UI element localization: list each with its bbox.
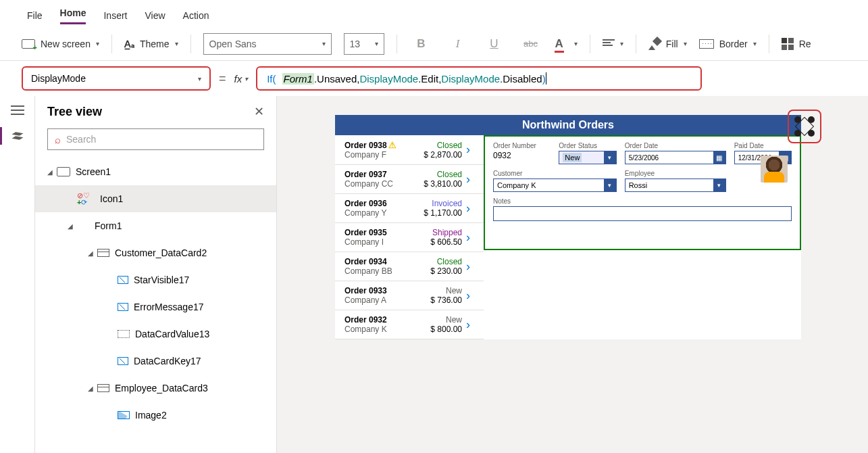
order-status: New xyxy=(430,315,462,325)
form-icon xyxy=(77,221,89,231)
tree-item-form1[interactable]: ◢ Form1 xyxy=(35,212,276,239)
order-date-picker[interactable]: 5/23/2006▦ xyxy=(625,151,726,164)
order-status: Closed xyxy=(424,141,462,150)
tree-label: Form1 xyxy=(95,220,122,231)
orders-gallery[interactable]: Order 0938⚠Closed›Company F$ 2,870.00Ord… xyxy=(335,135,484,339)
collapse-icon[interactable]: ◢ xyxy=(88,249,97,257)
paid-date-label: Paid Date xyxy=(734,142,792,149)
fill-button[interactable]: Fill ▾ xyxy=(648,38,687,50)
tree-item-employee-card[interactable]: ◢ Employee_DataCard3 xyxy=(35,375,276,402)
order-item[interactable]: Order 0935Shipped›Company I$ 606.50 xyxy=(335,223,484,252)
chevron-down-icon: ▾ xyxy=(96,40,99,47)
employee-avatar xyxy=(761,156,788,183)
fx-icon: fx xyxy=(234,73,242,85)
label-icon xyxy=(118,357,128,365)
order-number: Order 0938⚠ xyxy=(344,140,419,150)
tree-item-screen1[interactable]: ◢ Screen1 xyxy=(35,158,276,185)
order-status-combo[interactable]: New▾ xyxy=(559,151,616,164)
strikethrough-button[interactable]: abc xyxy=(519,39,543,49)
order-item[interactable]: Order 0937Closed›Company CC$ 3,810.00 xyxy=(335,165,484,194)
chevron-down-icon: ▾ xyxy=(753,40,757,47)
tree-label: ErrorMessage17 xyxy=(134,302,204,312)
order-company: Company Y xyxy=(344,208,419,218)
chevron-right-icon: › xyxy=(466,143,477,157)
tree-item-image2[interactable]: Image2 xyxy=(35,402,276,429)
order-number: Order 0932 xyxy=(344,315,426,325)
tree-label: StarVisible17 xyxy=(134,275,189,285)
order-company: Company F xyxy=(344,150,419,160)
menu-file[interactable]: File xyxy=(27,10,43,21)
menu-home[interactable]: Home xyxy=(60,7,86,24)
reorder-button[interactable]: Re xyxy=(782,38,811,50)
datacard-icon xyxy=(97,249,109,257)
chevron-down-icon: ▾ xyxy=(620,40,623,47)
tree-label: Icon1 xyxy=(100,193,123,204)
menu-action[interactable]: Action xyxy=(183,10,209,21)
theme-icon: A̲ₐ xyxy=(124,39,134,49)
order-status: Shipped xyxy=(430,228,462,237)
fx-button[interactable]: fx ▾ xyxy=(234,73,249,85)
tree-view-tab[interactable] xyxy=(11,130,24,142)
menu-view[interactable]: View xyxy=(145,10,165,21)
label-icon xyxy=(118,276,128,284)
new-screen-label: New screen xyxy=(41,39,91,49)
property-select[interactable]: DisplayMode ▾ xyxy=(22,66,211,91)
order-item[interactable]: Order 0936Invoiced›Company Y$ 1,170.00 xyxy=(335,194,484,223)
fill-label: Fill xyxy=(666,39,678,49)
order-item[interactable]: Order 0933New›Company A$ 736.00 xyxy=(335,281,484,310)
font-size-select[interactable]: 13 ▾ xyxy=(344,33,384,55)
collapse-icon[interactable]: ◢ xyxy=(68,222,77,230)
collapse-icon[interactable]: ◢ xyxy=(88,385,97,392)
formula-input[interactable]: If( Form1.Unsaved, DisplayMode.Edit, Dis… xyxy=(256,66,702,91)
border-button[interactable]: Border ▾ xyxy=(699,39,757,49)
italic-button[interactable]: I xyxy=(446,37,470,51)
hamburger-icon[interactable] xyxy=(11,105,24,115)
order-status: Closed xyxy=(424,170,462,179)
order-number: Order 0936 xyxy=(344,199,419,208)
customer-combo[interactable]: Company K▾ xyxy=(493,178,617,192)
tree-item-icon1[interactable]: ⊘♡ +⟳ Icon1 xyxy=(35,185,276,212)
tree-label: Employee_DataCard3 xyxy=(115,383,208,394)
canvas-title: Northwind Orders xyxy=(335,115,801,135)
font-color-button[interactable]: A ▾ xyxy=(555,37,578,51)
collapse-icon[interactable]: ◢ xyxy=(47,168,57,176)
menu-insert[interactable]: Insert xyxy=(103,10,127,21)
order-status: Invoiced xyxy=(424,199,462,208)
tree-item-starvisible[interactable]: StarVisible17 xyxy=(35,266,276,293)
chevron-right-icon: › xyxy=(466,318,477,332)
bold-button[interactable]: B xyxy=(409,37,434,51)
chevron-down-icon: ▾ xyxy=(198,75,201,82)
order-amount: $ 736.00 xyxy=(430,295,462,305)
align-button[interactable]: ▾ xyxy=(603,39,623,49)
new-screen-button[interactable]: New screen ▾ xyxy=(22,39,99,49)
search-input[interactable]: ⌕ Search xyxy=(47,128,264,150)
order-item[interactable]: Order 0932New›Company K$ 800.00 xyxy=(335,310,484,339)
calendar-icon: ▦ xyxy=(713,151,725,164)
theme-button[interactable]: A̲ₐ Theme ▾ xyxy=(124,39,178,49)
tree-item-errormessage[interactable]: ErrorMessage17 xyxy=(35,293,276,320)
tree-item-datacardvalue[interactable]: DataCardValue13 xyxy=(35,320,276,348)
font-select[interactable]: Open Sans ▾ xyxy=(203,33,332,55)
customer-label: Customer xyxy=(493,170,617,177)
tree-item-datacardkey[interactable]: DataCardKey17 xyxy=(35,348,276,375)
text-cursor xyxy=(546,72,546,85)
tree-item-customer-card[interactable]: ◢ Customer_DataCard2 xyxy=(35,239,276,266)
edit-form: Order Number 0932 Order Status New▾ Orde… xyxy=(484,135,801,250)
tree-label: Image2 xyxy=(135,410,167,421)
underline-button[interactable]: U xyxy=(482,37,507,51)
selection-handle[interactable] xyxy=(788,110,821,143)
chevron-down-icon: ▾ xyxy=(574,40,578,47)
order-number: Order 0937 xyxy=(344,170,419,179)
app-canvas[interactable]: Northwind Orders Order 0938⚠Closed›Compa… xyxy=(335,115,801,339)
close-icon[interactable]: ✕ xyxy=(254,104,264,119)
order-status-label: Order Status xyxy=(559,142,616,149)
notes-input[interactable] xyxy=(493,206,792,221)
employee-combo[interactable]: Rossi▾ xyxy=(625,178,726,192)
order-number-label: Order Number xyxy=(493,142,551,149)
order-item[interactable]: Order 0938⚠Closed›Company F$ 2,870.00 xyxy=(335,135,484,165)
chevron-right-icon: › xyxy=(466,289,477,303)
chevron-down-icon: ▾ xyxy=(684,40,687,47)
order-number-value: 0932 xyxy=(493,151,551,160)
order-date-label: Order Date xyxy=(625,142,726,149)
order-item[interactable]: Order 0934Closed›Company BB$ 230.00 xyxy=(335,252,484,281)
